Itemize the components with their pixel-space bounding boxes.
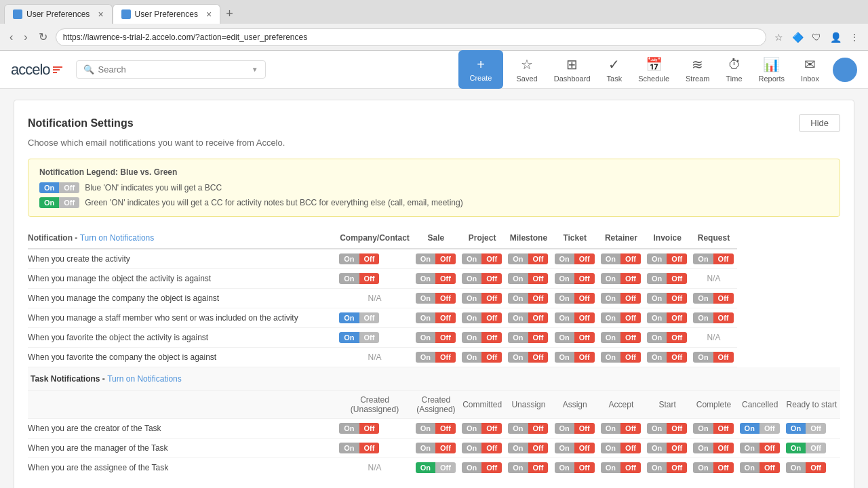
- na-text: N/A: [368, 293, 381, 303]
- logo-line-3: [53, 72, 57, 73]
- forward-button[interactable]: ›: [21, 28, 30, 46]
- legend-row-2-text: Green 'ON' indicates you will get a CC f…: [85, 198, 462, 207]
- browser-tabs: User Preferences × User Preferences × +: [0, 0, 868, 24]
- task-col-created-unassigned: Created(Unassigned): [336, 391, 413, 419]
- notif-row-5-label: When you favorite the object the activit…: [28, 328, 336, 348]
- legend-toggle-blue: On Off: [39, 182, 79, 193]
- create-label: Create: [469, 74, 492, 82]
- task-subheader-row: Created(Unassigned) Created(Assigned) Co…: [28, 391, 840, 419]
- notif-row-6-label: When you favorite the company the object…: [28, 348, 336, 367]
- notif-row-1-request: OnOff: [690, 249, 736, 269]
- legend-toggle-green: On Off: [39, 197, 79, 208]
- col-invoice: Invoice: [644, 228, 690, 249]
- settings-subtitle: Choose which email notifications you wan…: [28, 138, 840, 148]
- task-col-committed: Committed: [459, 391, 505, 419]
- notif-row-6: When you favorite the company the object…: [28, 348, 840, 367]
- notif-row-5: When you favorite the object the activit…: [28, 328, 840, 348]
- task-col-unassign: Unassign: [505, 391, 551, 419]
- inbox-icon: ✉: [804, 56, 816, 73]
- page-content: Notification Settings Hide Choose which …: [0, 89, 868, 488]
- legend-blue-on[interactable]: On: [39, 182, 59, 193]
- extension-icon-2[interactable]: 🛡: [810, 30, 823, 44]
- tab1-close[interactable]: ×: [98, 9, 103, 20]
- turn-on-link[interactable]: Turn on Notifications: [80, 233, 155, 243]
- na-text: N/A: [368, 352, 381, 362]
- col-retainer: Retainer: [598, 228, 644, 249]
- notif-row-1-project: OnOff: [459, 249, 505, 269]
- legend-row-2: On Off Green 'ON' indicates you will get…: [39, 197, 829, 208]
- legend-blue-off[interactable]: Off: [59, 182, 79, 193]
- stream-icon: ≋: [692, 56, 703, 73]
- task-label: Task: [607, 75, 623, 83]
- menu-icon[interactable]: ⋮: [848, 30, 861, 44]
- reload-button[interactable]: ↻: [36, 28, 50, 46]
- search-dropdown-icon[interactable]: ▼: [252, 66, 258, 73]
- notification-settings-card: Notification Settings Hide Choose which …: [14, 100, 854, 488]
- notifications-table: Notification - Turn on Notifications Com…: [28, 228, 840, 477]
- profile-icon[interactable]: 👤: [829, 30, 842, 44]
- task-turn-on-link[interactable]: Turn on Notifications: [107, 374, 182, 384]
- back-button[interactable]: ‹: [7, 28, 16, 46]
- extension-icon-1[interactable]: 🔷: [791, 30, 804, 44]
- legend-title: Notification Legend: Blue vs. Green: [39, 167, 829, 177]
- notif-row-1-invoice: OnOff: [644, 249, 690, 269]
- create-button[interactable]: + Create: [458, 50, 502, 89]
- tab2-favicon: [121, 9, 131, 19]
- task-row-1: When you are the creator of the Task OnO…: [28, 419, 840, 439]
- browser-address-bar: ‹ › ↻ ☆ 🔷 🛡 👤 ⋮: [0, 24, 868, 50]
- col-notification: Notification - Turn on Notifications: [28, 228, 336, 249]
- new-tab-button[interactable]: +: [220, 4, 239, 24]
- search-input[interactable]: [98, 64, 248, 75]
- saved-icon: ☆: [521, 56, 533, 73]
- nav-saved[interactable]: ☆ Saved: [509, 51, 546, 88]
- bookmark-icon[interactable]: ☆: [772, 30, 785, 44]
- tab2-close[interactable]: ×: [206, 9, 212, 20]
- notif-row-4-label: When you manage a staff member who sent …: [28, 308, 336, 328]
- nav-reports[interactable]: 📊 Reports: [751, 51, 793, 88]
- browser-tab-1[interactable]: User Preferences ×: [4, 4, 113, 24]
- logo-line-1: [53, 66, 62, 68]
- legend-green-on[interactable]: On: [39, 197, 59, 208]
- na-text: N/A: [707, 274, 720, 283]
- notif-row-4: When you manage a staff member who sent …: [28, 308, 840, 328]
- browser-chrome: User Preferences × User Preferences × + …: [0, 0, 868, 51]
- nav-schedule[interactable]: 📅 Schedule: [630, 51, 677, 88]
- na-text: N/A: [368, 463, 381, 472]
- hide-button[interactable]: Hide: [799, 114, 840, 132]
- stream-label: Stream: [686, 75, 709, 83]
- time-label: Time: [726, 75, 743, 83]
- app-logo[interactable]: accelo: [11, 61, 62, 79]
- create-plus-icon: +: [477, 57, 485, 73]
- nav-items: ☆ Saved ⊞ Dashboard ✓ Task 📅 Schedule ≋ …: [509, 51, 828, 88]
- task-col-start: Start: [644, 391, 690, 419]
- nav-inbox[interactable]: ✉ Inbox: [793, 51, 827, 88]
- nav-task[interactable]: ✓ Task: [599, 51, 631, 88]
- task-icon: ✓: [608, 56, 620, 73]
- browser-tab-2[interactable]: User Preferences ×: [113, 4, 221, 24]
- nav-dashboard[interactable]: ⊞ Dashboard: [546, 51, 599, 88]
- col-project: Project: [459, 228, 505, 249]
- time-icon: ⏱: [728, 57, 741, 73]
- task-row-3: When you are the assignee of the Task N/…: [28, 458, 840, 478]
- nav-stream[interactable]: ≋ Stream: [677, 51, 717, 88]
- task-section-title: Task Notifications - Turn on Notificatio…: [28, 367, 840, 391]
- task-row-2-label: When you are the manager of the Task: [28, 439, 336, 458]
- app-header: accelo 🔍 ▼ + Create ☆ Saved ⊞ Dashboard …: [0, 51, 868, 89]
- address-bar[interactable]: [56, 28, 766, 46]
- task-col-cancelled: Cancelled: [737, 391, 783, 419]
- search-icon: 🔍: [83, 64, 94, 75]
- task-col-complete: Complete: [690, 391, 736, 419]
- settings-header: Notification Settings Hide: [28, 114, 840, 132]
- nav-time[interactable]: ⏱ Time: [718, 52, 751, 88]
- reports-label: Reports: [759, 75, 785, 83]
- legend-green-off[interactable]: Off: [59, 197, 79, 208]
- notif-row-3: When you manage the company the object i…: [28, 289, 840, 308]
- tab1-favicon: [13, 9, 22, 19]
- reports-icon: 📊: [763, 56, 780, 73]
- schedule-icon: 📅: [646, 56, 663, 73]
- task-row-2: When you are the manager of the Task OnO…: [28, 439, 840, 458]
- user-avatar[interactable]: [833, 58, 857, 82]
- task-section-header: Task Notifications - Turn on Notificatio…: [28, 367, 840, 391]
- task-row-1-label: When you are the creator of the Task: [28, 419, 336, 439]
- logo-line-2: [53, 69, 60, 70]
